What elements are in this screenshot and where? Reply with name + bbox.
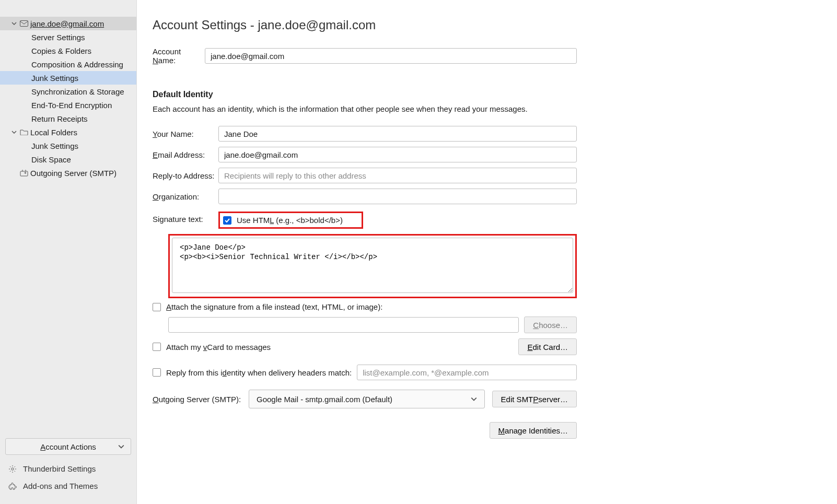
account-row-primary[interactable]: jane.doe@gmail.com	[0, 17, 136, 30]
account-name-input[interactable]	[205, 48, 577, 64]
addons-themes-label: Add-ons and Themes	[23, 482, 98, 490]
outgoing-smtp-select[interactable]: Google Mail - smtp.gmail.com (Default)	[249, 390, 485, 408]
sidebar-item-composition-addressing[interactable]: Composition & Addressing	[0, 57, 136, 71]
chevron-down-icon[interactable]	[9, 130, 19, 135]
email-input[interactable]	[218, 147, 577, 162]
account-actions-button[interactable]: AAccount Actionsccount Actions	[5, 438, 131, 455]
thunderbird-settings-label: Thunderbird Settings	[23, 464, 96, 473]
svg-rect-0	[20, 21, 28, 27]
reply-identity-row: Reply from this identity when delivery h…	[153, 365, 577, 380]
puzzle-icon	[8, 482, 18, 490]
reply-to-input[interactable]	[218, 168, 577, 183]
content-wrap: Account Name: Default Identity Each acco…	[153, 47, 577, 439]
attach-vcard-row: Attach my vCard to messages Edit Card…	[153, 338, 577, 355]
sidebar-item-local-junk[interactable]: Junk Settings	[0, 139, 136, 153]
attach-vcard-checkbox[interactable]	[153, 343, 161, 351]
folder-icon	[19, 129, 29, 135]
reply-identity-checkbox[interactable]	[153, 368, 161, 377]
default-identity-header: Default Identity	[153, 90, 577, 99]
mail-account-icon	[19, 20, 29, 27]
manage-identities-button[interactable]: Manage Identities…	[490, 422, 577, 439]
signature-text-label: Signature text:	[153, 212, 218, 224]
attach-vcard-label: Attach my vCard to messages	[166, 343, 271, 351]
attach-signature-file-label: Attach the signature from a file instead…	[166, 302, 382, 311]
accounts-tree: jane.doe@gmail.com Server Settings Copie…	[0, 17, 136, 433]
page-title: Account Settings - jane.doe@gmail.com	[153, 18, 821, 32]
edit-smtp-server-button[interactable]: Edit SMTP server…	[492, 391, 577, 407]
your-name-input[interactable]	[218, 126, 577, 142]
outgoing-server-icon	[19, 169, 29, 177]
svg-point-2	[11, 467, 14, 470]
account-row-outgoing-smtp[interactable]: Outgoing Server (SMTP)	[0, 166, 136, 180]
outgoing-smtp-label: Outgoing Server (SMTP):	[153, 395, 241, 404]
addons-themes-link[interactable]: Add-ons and Themes	[0, 477, 136, 495]
attach-signature-file-checkbox[interactable]	[153, 303, 161, 311]
sidebar-item-copies-folders[interactable]: Copies & Folders	[0, 44, 136, 57]
sidebar-bottom: AAccount Actionsccount Actions	[0, 433, 136, 460]
signature-text-row: Signature text: Use HTML (e.g., <b>bold<…	[153, 212, 577, 229]
accounts-sidebar: jane.doe@gmail.com Server Settings Copie…	[0, 0, 137, 504]
signature-file-path-input[interactable]	[168, 317, 519, 333]
email-label: Email Address:	[153, 150, 218, 159]
choose-file-button[interactable]: Choose…	[524, 317, 577, 333]
sidebar-item-sync-storage[interactable]: Synchronization & Storage	[0, 85, 136, 98]
use-html-highlight: Use HTML (e.g., <b>bold</b>)	[218, 212, 363, 229]
organization-row: Organization:	[153, 189, 577, 204]
reply-identity-label: Reply from this identity when delivery h…	[166, 368, 352, 377]
main-panel: Account Settings - jane.doe@gmail.com Ac…	[137, 0, 837, 504]
reply-to-row: Reply-to Address:	[153, 168, 577, 183]
manage-identities-row: Manage Identities…	[153, 422, 577, 439]
outgoing-smtp-selected: Google Mail - smtp.gmail.com (Default)	[257, 395, 471, 404]
gear-icon	[8, 465, 18, 473]
chevron-down-icon	[118, 443, 124, 450]
svg-rect-1	[20, 171, 28, 176]
organization-label: Organization:	[153, 192, 218, 201]
default-identity-desc: Each account has an identity, which is t…	[153, 104, 577, 113]
edit-card-button[interactable]: Edit Card…	[518, 338, 577, 355]
signature-textarea-highlight	[168, 234, 577, 298]
account-name-label: Account Name:	[153, 47, 205, 65]
outgoing-smtp-row: Outgoing Server (SMTP): Google Mail - sm…	[153, 390, 577, 408]
signature-file-choose-row: Choose…	[168, 317, 577, 333]
reply-to-label: Reply-to Address:	[153, 171, 218, 180]
your-name-row: Your Name:	[153, 126, 577, 142]
sidebar-item-junk-settings[interactable]: Junk Settings	[0, 71, 136, 85]
sidebar-item-return-receipts[interactable]: Return Receipts	[0, 112, 136, 125]
reply-identity-input[interactable]	[357, 365, 577, 380]
signature-textarea[interactable]	[172, 238, 573, 293]
account-row-local-folders[interactable]: Local Folders	[0, 125, 136, 139]
your-name-label: Your Name:	[153, 130, 218, 138]
sidebar-item-e2e-encryption[interactable]: End-To-End Encryption	[0, 98, 136, 112]
email-row: Email Address:	[153, 147, 577, 162]
chevron-down-icon[interactable]	[9, 21, 19, 26]
outgoing-server-label: Outgoing Server (SMTP)	[30, 169, 131, 178]
account-name-row: Account Name:	[153, 47, 577, 65]
sidebar-item-server-settings[interactable]: Server Settings	[0, 30, 136, 44]
use-html-checkbox[interactable]	[223, 216, 231, 225]
organization-input[interactable]	[218, 189, 577, 204]
local-folders-label: Local Folders	[30, 128, 131, 137]
chevron-down-icon	[471, 396, 477, 402]
use-html-label: Use HTML (e.g., <b>bold</b>)	[237, 216, 343, 225]
thunderbird-settings-link[interactable]: Thunderbird Settings	[0, 460, 136, 477]
account-email-label: jane.doe@gmail.com	[30, 19, 131, 28]
attach-signature-file-row: Attach the signature from a file instead…	[153, 302, 577, 311]
app-root: jane.doe@gmail.com Server Settings Copie…	[0, 0, 837, 504]
sidebar-item-disk-space[interactable]: Disk Space	[0, 153, 136, 166]
